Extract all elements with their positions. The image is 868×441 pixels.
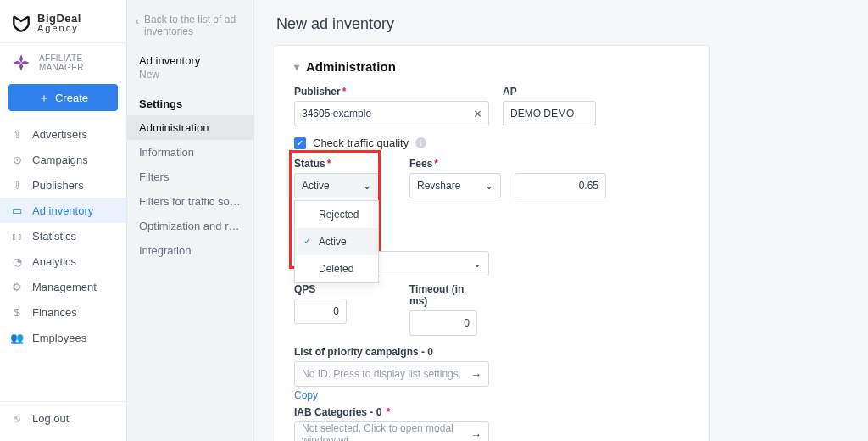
bar-chart-icon: ⫾⫾ <box>10 229 24 243</box>
download-icon: ⇩ <box>10 178 24 192</box>
sidebar-item-label: Analytics <box>32 255 76 268</box>
status-option-active[interactable]: Active <box>295 228 378 255</box>
sidebar-item-label: Statistics <box>32 230 76 243</box>
arrow-right-icon: → <box>470 428 481 441</box>
status-select[interactable]: Active ⌄ <box>294 173 379 198</box>
svg-marker-2 <box>21 61 30 64</box>
sidebar-item-employees[interactable]: 👥 Employees <box>0 325 126 350</box>
sidebar: BigDeal Agency AFFILIATE MANAGER ＋ Creat… <box>0 0 127 441</box>
timeout-value: 0 <box>464 317 470 329</box>
iab-categories-selector[interactable]: Not selected. Click to open modal window… <box>294 421 489 441</box>
subnav-item-integration[interactable]: Integration <box>127 238 253 263</box>
back-link[interactable]: ‹ Back to the list of ad inventories <box>127 8 253 47</box>
chevron-left-icon: ‹ <box>136 15 139 27</box>
globe-icon: ◔ <box>10 254 24 268</box>
settings-subnav: ‹ Back to the list of ad inventories Ad … <box>127 0 254 441</box>
status-label: Status* <box>294 158 379 170</box>
fees-value-label <box>515 158 606 170</box>
page-title: New ad inventory <box>276 15 848 33</box>
svg-marker-3 <box>19 63 23 71</box>
priority-campaigns-label: List of priority campaigns - 0 <box>294 346 489 358</box>
status-select-value: Active <box>302 180 330 192</box>
panel-header[interactable]: ▾ Administration <box>294 59 691 74</box>
sidebar-item-finances[interactable]: $ Finances <box>0 299 126 325</box>
inventory-icon: ▭ <box>10 204 24 217</box>
check-traffic-label: Check traffic quality <box>313 137 409 149</box>
sidebar-item-advertisers[interactable]: ⇪ Advertisers <box>0 121 126 147</box>
iab-categories-label: IAB Categories - 0 * <box>294 406 489 418</box>
priority-copy-link[interactable]: Copy <box>294 389 318 401</box>
ap-value: DEMO DEMO <box>510 108 574 120</box>
chevron-down-icon: ⌄ <box>485 180 493 192</box>
fees-value-input[interactable]: 0.65 <box>515 173 606 198</box>
svg-marker-1 <box>13 61 21 64</box>
sidebar-item-analytics[interactable]: ◔ Analytics <box>0 248 126 274</box>
gear-icon: ⚙ <box>10 280 24 293</box>
subnav-item-filters[interactable]: Filters <box>127 165 253 189</box>
breadcrumb-parent: Ad inventory <box>127 47 253 69</box>
subnav-item-information[interactable]: Information <box>127 140 253 165</box>
sidebar-item-label: Campaigns <box>32 154 88 166</box>
administration-panel: ▾ Administration Publisher* 34605 exampl… <box>275 45 710 441</box>
sidebar-item-label: Publishers <box>32 179 84 192</box>
qps-label: QPS <box>294 283 347 295</box>
clear-icon[interactable]: ✕ <box>473 108 482 120</box>
sidebar-item-management[interactable]: ⚙ Management <box>0 274 126 299</box>
fees-type-select[interactable]: Revshare ⌄ <box>409 173 501 198</box>
info-icon[interactable]: i <box>415 137 426 148</box>
qps-input[interactable]: 0 <box>294 299 347 324</box>
plus-icon: ＋ <box>38 92 50 103</box>
people-icon: 👥 <box>10 331 24 344</box>
status-option-rejected[interactable]: Rejected <box>295 201 378 228</box>
publisher-input[interactable]: 34605 example <box>294 101 489 126</box>
create-label: Create <box>55 92 88 104</box>
timeout-label: Timeout (in ms) <box>409 283 477 307</box>
status-option-deleted[interactable]: Deleted <box>295 255 378 282</box>
brand-block: BigDeal Agency <box>0 0 126 42</box>
subnav-item-administration[interactable]: Administration <box>127 115 253 140</box>
logout-icon: ⎋ <box>10 411 24 425</box>
svg-marker-0 <box>19 54 23 63</box>
iab-placeholder: Not selected. Click to open modal window… <box>302 422 470 441</box>
create-button[interactable]: ＋ Create <box>8 84 118 111</box>
sidebar-item-label: Advertisers <box>32 128 87 141</box>
main-area: New ad inventory ▾ Administration Publis… <box>254 0 868 441</box>
status-dropdown: Rejected Active Deleted <box>294 200 379 283</box>
play-circle-icon: ⊙ <box>10 153 24 166</box>
sidebar-item-label: Finances <box>32 306 77 319</box>
upload-icon: ⇪ <box>10 127 24 141</box>
brand-logo-icon <box>10 12 32 34</box>
user-avatar-icon <box>10 52 32 74</box>
back-link-label: Back to the list of ad inventories <box>144 14 245 37</box>
sidebar-item-publishers[interactable]: ⇩ Publishers <box>0 172 126 198</box>
breadcrumb-current: New <box>127 69 253 92</box>
main-nav: ⇪ Advertisers ⊙ Campaigns ⇩ Publishers ▭… <box>0 120 126 401</box>
fees-type-value: Revshare <box>417 180 460 192</box>
panel-title: Administration <box>306 59 396 74</box>
arrow-right-icon: → <box>470 368 481 381</box>
ap-input[interactable]: DEMO DEMO <box>503 101 596 126</box>
brand-line2: Agency <box>37 24 81 33</box>
sidebar-item-logout[interactable]: ⎋ Log out <box>0 405 126 431</box>
chevron-down-icon: ▾ <box>294 61 299 73</box>
chevron-down-icon: ⌄ <box>473 258 481 270</box>
priority-placeholder: No ID. Press to display list settings. <box>302 368 461 380</box>
user-role-label: AFFILIATE MANAGER <box>39 53 116 72</box>
subnav-item-filters-traffic[interactable]: Filters for traffic sour... <box>127 189 253 214</box>
sidebar-item-label: Employees <box>32 332 86 344</box>
chevron-down-icon: ⌄ <box>363 180 371 192</box>
publisher-value: 34605 example <box>302 108 371 120</box>
sidebar-item-label: Ad inventory <box>32 204 93 217</box>
subnav-item-optimization[interactable]: Optimization and rules <box>127 214 253 238</box>
fees-label: Fees* <box>409 158 501 170</box>
qps-value: 0 <box>333 305 339 317</box>
ap-label: AP <box>503 86 596 98</box>
check-traffic-checkbox[interactable]: ✓ <box>294 137 306 149</box>
priority-campaigns-selector[interactable]: No ID. Press to display list settings. → <box>294 361 489 387</box>
user-block: AFFILIATE MANAGER <box>0 43 126 81</box>
publisher-label: Publisher* <box>294 86 489 98</box>
sidebar-item-ad-inventory[interactable]: ▭ Ad inventory <box>0 198 126 223</box>
timeout-input[interactable]: 0 <box>409 310 477 336</box>
sidebar-item-statistics[interactable]: ⫾⫾ Statistics <box>0 223 126 248</box>
sidebar-item-campaigns[interactable]: ⊙ Campaigns <box>0 147 126 172</box>
